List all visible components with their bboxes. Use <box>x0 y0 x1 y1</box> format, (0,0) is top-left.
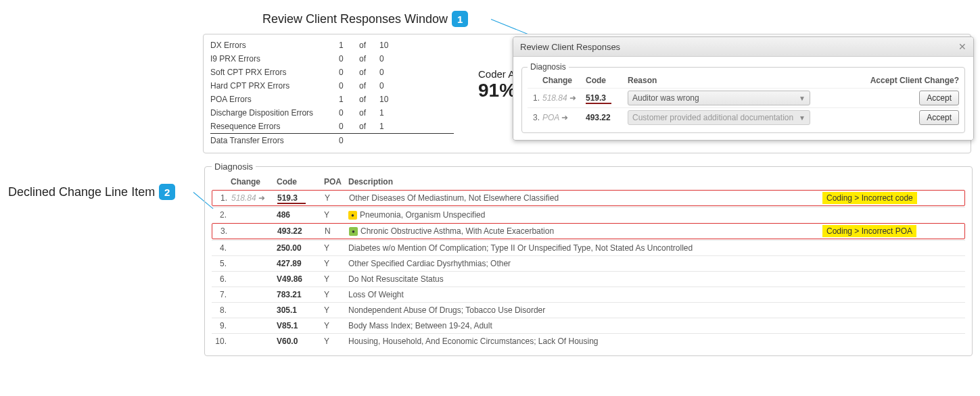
errors-row-label: Hard CPT PRX Errors <box>210 79 339 93</box>
diag-row-code: 250.00 <box>277 243 324 253</box>
errors-row-label: DX Errors <box>210 39 339 52</box>
diagnosis-row[interactable]: 4.250.00YDiabetes w/o Mention Of Complic… <box>212 240 965 255</box>
arrow-icon: ➜ <box>258 193 265 203</box>
diag-row-code: 783.21 <box>277 290 324 299</box>
popup-diag-row: 3.POA ➜493.22Customer provided additiona… <box>528 107 959 127</box>
errors-row-count: 0 <box>339 66 359 79</box>
coding-tag: Coding > Incorrect POA <box>822 225 916 237</box>
errors-row-count: 0 <box>339 106 359 120</box>
errors-row-of: of <box>359 39 379 52</box>
callout-1-text: Review Client Responses Window <box>262 12 448 26</box>
chevron-down-icon: ▼ <box>799 95 806 102</box>
review-client-responses-window: Review Client Responses ✕ Diagnosis Chan… <box>513 36 974 141</box>
diag-row-desc: ●Pneumonia, Organism Unspecified <box>348 210 823 220</box>
diag-row-code: 427.89 <box>277 259 324 268</box>
diag-row-poa: Y <box>324 305 348 315</box>
errors-row: Data Transfer Errors0 <box>210 134 454 148</box>
diag-row-index: 5. <box>212 259 231 268</box>
diagnosis-row[interactable]: 2.486Y●Pneumonia, Organism Unspecified <box>212 207 965 222</box>
diag-row-index: 6. <box>212 274 231 284</box>
diag-row-index: 8. <box>212 305 231 315</box>
popup-hdr-accept: Accept Client Change? <box>810 76 959 85</box>
errors-row-count: 0 <box>339 120 359 134</box>
diag-row-desc: Nondependent Abuse Of Drugs; Tobacco Use… <box>348 305 823 315</box>
reason-dropdown: Customer provided additional documentati… <box>628 110 810 125</box>
errors-row-total: 0 <box>379 52 454 66</box>
errors-row-of: of <box>359 52 379 66</box>
errors-row-count: 0 <box>339 52 359 66</box>
errors-row-total: 10 <box>379 39 454 52</box>
diag-row-poa: Y <box>324 337 348 346</box>
errors-row-of: of <box>359 120 379 134</box>
popup-row-code: 493.22 <box>586 113 628 122</box>
accept-button[interactable]: Accept <box>919 91 959 105</box>
diag-row-code: 305.1 <box>277 305 324 315</box>
popup-diag-header: Change Code Reason Accept Client Change? <box>528 76 959 88</box>
diag-hdr-change: Change <box>231 177 277 187</box>
diag-row-tag-cell: Coding > Incorrect code <box>822 193 964 203</box>
diag-row-code: 486 <box>277 210 324 220</box>
callout-2-text: Declined Change Line Item <box>8 185 155 199</box>
diag-row-tag-cell: Coding > Incorrect POA <box>822 226 964 236</box>
errors-row: Resequence Errors0of1 <box>210 120 454 134</box>
diag-row-desc: Do Not Resuscitate Status <box>348 274 823 284</box>
diag-row-poa: Y <box>324 210 348 220</box>
reason-value: Auditor was wrong <box>632 93 699 103</box>
diagnosis-row[interactable]: 10.V60.0YHousing, Household, And Economi… <box>212 333 965 349</box>
popup-diagnosis-legend: Diagnosis <box>528 62 569 72</box>
diag-row-code: V49.86 <box>277 274 324 284</box>
flag-icon: ● <box>348 211 357 220</box>
popup-title: Review Client Responses <box>520 42 620 52</box>
diagnosis-row[interactable]: 3.493.22N●Chronic Obstructive Asthma, Wi… <box>212 223 965 239</box>
diag-row-desc: Body Mass Index; Between 19-24, Adult <box>348 321 823 330</box>
errors-row: DX Errors1of10 <box>210 39 454 52</box>
diag-hdr-code: Code <box>277 177 324 187</box>
errors-row-total: 0 <box>379 79 454 93</box>
diag-row-desc: Other Specified Cardiac Dysrhythmias; Ot… <box>348 259 823 268</box>
diag-hdr-poa: POA <box>324 177 348 187</box>
flag-icon: ● <box>349 227 358 236</box>
accept-button[interactable]: Accept <box>919 110 959 125</box>
diag-row-code: 519.3 <box>277 193 325 203</box>
callout-1-badge: 1 <box>452 11 468 27</box>
errors-row-label: I9 PRX Errors <box>210 52 339 66</box>
diagnosis-row[interactable]: 8.305.1YNondependent Abuse Of Drugs; Tob… <box>212 302 965 318</box>
errors-row-of: of <box>359 106 379 120</box>
diag-row-index: 3. <box>212 226 231 236</box>
diagnosis-row[interactable]: 5.427.89YOther Specified Cardiac Dysrhyt… <box>212 255 965 271</box>
diag-row-poa: Y <box>324 321 348 330</box>
diag-row-poa: Y <box>324 243 348 253</box>
close-icon[interactable]: ✕ <box>958 41 966 52</box>
errors-row-count: 1 <box>339 39 359 52</box>
arrow-icon: ➜ <box>569 93 576 103</box>
coding-tag: Coding > Incorrect code <box>822 192 917 204</box>
diagnosis-row[interactable]: 6.V49.86YDo Not Resuscitate Status <box>212 271 965 287</box>
diagnosis-row[interactable]: 7.783.21YLoss Of Weight <box>212 287 965 302</box>
errors-row-label: Discharge Disposition Errors <box>210 106 339 120</box>
errors-row-count: 0 <box>339 79 359 93</box>
diag-row-index: 2. <box>212 210 231 220</box>
errors-row-total: 1 <box>379 120 454 134</box>
reason-dropdown[interactable]: Auditor was wrong▼ <box>628 91 810 105</box>
callout-2-badge: 2 <box>159 184 175 200</box>
reason-value: Customer provided additional documentati… <box>632 113 793 122</box>
errors-row-total: 1 <box>379 106 454 120</box>
popup-hdr-change: Change <box>542 76 586 85</box>
popup-diagnosis-panel: Diagnosis Change Code Reason Accept Clie… <box>521 62 965 133</box>
diag-row-desc: ●Chronic Obstructive Asthma, With Acute … <box>349 226 822 236</box>
diag-row-change: 518.84 ➜ <box>231 193 277 203</box>
popup-header[interactable]: Review Client Responses ✕ <box>513 37 973 57</box>
errors-row: Hard CPT PRX Errors0of0 <box>210 79 454 93</box>
errors-row-of: of <box>359 93 379 106</box>
errors-row-total <box>379 134 454 148</box>
errors-row: Discharge Disposition Errors0of1 <box>210 106 454 120</box>
diagnosis-row[interactable]: 9.V85.1YBody Mass Index; Between 19-24, … <box>212 318 965 333</box>
diag-row-desc: Other Diseases Of Mediastinum, Not Elsew… <box>349 193 822 203</box>
errors-row-of <box>359 134 379 148</box>
diag-row-index: 1. <box>212 193 231 203</box>
diag-row-code: V60.0 <box>277 337 324 346</box>
diagnosis-header: Change Code POA Description <box>212 176 965 189</box>
errors-row-count: 0 <box>339 134 359 148</box>
diagnosis-row[interactable]: 1.518.84 ➜519.3YOther Diseases Of Medias… <box>212 190 965 206</box>
diag-row-desc: Loss Of Weight <box>348 290 823 299</box>
